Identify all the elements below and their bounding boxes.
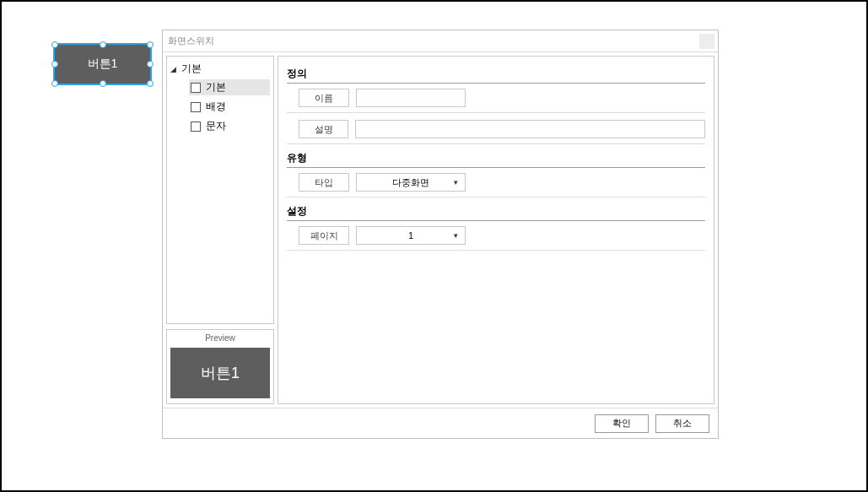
canvas-button[interactable]: 버튼1 xyxy=(54,44,151,84)
type-select-value: 다중화면 xyxy=(392,176,429,189)
dialog-titlebar[interactable]: 화면스위치 xyxy=(163,30,718,52)
name-field[interactable] xyxy=(356,89,466,107)
checkbox-icon[interactable] xyxy=(191,102,201,112)
category-tree: ◢ 기본 기본 배경 문자 xyxy=(166,56,274,324)
chevron-down-icon: ▾ xyxy=(454,178,458,187)
divider xyxy=(287,167,705,168)
label-desc: 설명 xyxy=(299,120,348,138)
close-icon[interactable] xyxy=(699,34,714,49)
divider xyxy=(287,220,705,221)
tree-children: 기본 배경 문자 xyxy=(170,79,270,134)
checkbox-icon[interactable] xyxy=(191,83,201,93)
resize-handle-br[interactable] xyxy=(147,80,154,87)
resize-handle-tr[interactable] xyxy=(147,41,154,48)
type-select[interactable]: 다중화면 ▾ xyxy=(356,173,466,192)
resize-handle-tc[interactable] xyxy=(100,41,106,48)
page-select[interactable]: 1 ▾ xyxy=(356,226,466,245)
tree-item-background[interactable]: 배경 xyxy=(189,99,270,115)
divider xyxy=(287,143,705,144)
tree-item-text[interactable]: 문자 xyxy=(189,118,270,134)
form-row-page: 페이지 1 ▾ xyxy=(287,226,705,245)
divider xyxy=(287,83,705,84)
tree-root-label: 기본 xyxy=(181,62,202,76)
section-title-type: 유형 xyxy=(287,151,705,165)
resize-handle-ml[interactable] xyxy=(51,61,58,68)
label-page: 페이지 xyxy=(299,226,349,245)
cancel-button[interactable]: 취소 xyxy=(655,414,709,433)
dialog-title: 화면스위치 xyxy=(168,35,214,47)
section-title-definition: 정의 xyxy=(287,67,705,81)
page-select-value: 1 xyxy=(408,230,413,241)
dialog-body: ◢ 기본 기본 배경 문자 xyxy=(163,52,718,408)
tree-item-basic[interactable]: 기본 xyxy=(189,79,270,95)
ok-button[interactable]: 확인 xyxy=(595,414,649,433)
tree-expand-icon[interactable]: ◢ xyxy=(170,65,176,73)
preview-button: 버튼1 xyxy=(170,348,270,398)
resize-handle-bc[interactable] xyxy=(100,80,106,87)
tree-item-label: 기본 xyxy=(206,80,226,95)
desc-field[interactable] xyxy=(355,120,705,138)
divider xyxy=(287,112,705,113)
resize-handle-mr[interactable] xyxy=(147,61,154,68)
label-type: 타입 xyxy=(299,173,349,192)
tree-item-label: 문자 xyxy=(206,119,226,133)
screen-switch-dialog: 화면스위치 ◢ 기본 기본 배경 xyxy=(162,30,719,439)
checkbox-icon[interactable] xyxy=(191,122,201,132)
tree-root[interactable]: ◢ 기본 xyxy=(170,62,270,76)
chevron-down-icon: ▾ xyxy=(454,231,458,240)
dialog-right-column: 정의 이름 설명 유형 타입 다중화면 ▾ 설정 xyxy=(278,56,714,404)
form-row-type: 타입 다중화면 ▾ xyxy=(287,173,705,192)
divider xyxy=(287,197,705,197)
preview-panel: Preview 버튼1 xyxy=(166,329,274,404)
preview-button-label: 버튼1 xyxy=(201,363,240,383)
dialog-left-column: ◢ 기본 기본 배경 문자 xyxy=(166,56,274,404)
form-row-desc: 설명 xyxy=(287,120,705,138)
label-name: 이름 xyxy=(299,89,349,107)
resize-handle-bl[interactable] xyxy=(51,80,58,87)
resize-handle-tl[interactable] xyxy=(51,41,58,48)
preview-title: Preview xyxy=(170,333,270,343)
tree-item-label: 배경 xyxy=(206,100,226,114)
section-title-settings: 설정 xyxy=(287,204,705,219)
canvas-button-label: 버튼1 xyxy=(88,57,118,72)
form-row-name: 이름 xyxy=(287,89,705,107)
dialog-footer: 확인 취소 xyxy=(163,408,718,438)
divider xyxy=(287,250,705,251)
